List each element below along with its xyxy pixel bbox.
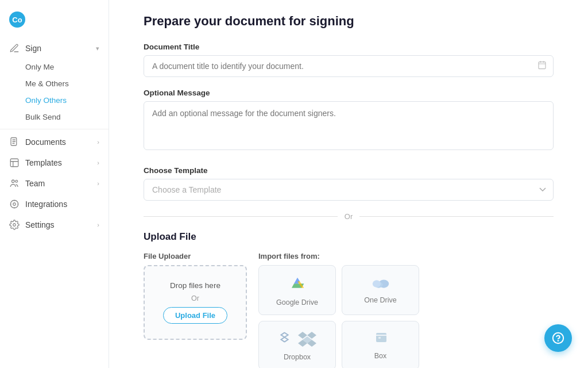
help-button[interactable] [544, 324, 572, 352]
document-icon [9, 137, 20, 147]
upload-file-title: Upload File [144, 231, 554, 243]
sidebar-settings-label: Settings [25, 220, 55, 229]
chevron-down-icon: ▾ [96, 45, 99, 52]
sidebar-item-bulk-send[interactable]: Bulk Send [0, 109, 109, 125]
or-divider: Or [144, 212, 554, 221]
optional-message-label: Optional Message [144, 89, 554, 97]
box-label: Box [374, 352, 387, 360]
sidebar-item-team[interactable]: Team › [0, 173, 109, 194]
optional-message-section: Optional Message [144, 89, 554, 152]
divider [0, 129, 109, 129]
import-box[interactable]: Box [342, 321, 419, 368]
document-title-input[interactable] [144, 55, 554, 77]
dropbox-label: Dropbox [284, 353, 311, 361]
optional-message-input[interactable] [144, 101, 554, 150]
import-section: Import files from: Google Drive [258, 252, 554, 368]
main-content: Prepare your document for signing Docume… [109, 0, 588, 368]
drop-text: Drop files here [170, 281, 220, 290]
calendar-icon [537, 60, 547, 72]
chevron-right-icon4: › [97, 221, 99, 228]
integrations-icon [9, 199, 20, 209]
one-drive-icon [372, 274, 390, 292]
google-drive-icon [288, 274, 307, 294]
pen-icon [9, 43, 20, 53]
sidebar-item-integrations[interactable]: Integrations [0, 194, 109, 214]
svg-point-6 [13, 224, 16, 227]
svg-point-2 [12, 180, 15, 183]
sidebar-sign-label: Sign [25, 44, 41, 53]
sidebar-item-sign[interactable]: Sign ▾ [0, 38, 109, 59]
sidebar-documents-label: Documents [25, 137, 66, 147]
document-title-section: Document Title [144, 43, 554, 77]
import-grid: Google Drive One Drive [258, 265, 419, 368]
upload-area: File Uploader Drop files here Or Upload … [144, 252, 554, 368]
settings-icon [9, 220, 20, 230]
document-title-label: Document Title [144, 43, 554, 51]
svg-point-4 [13, 203, 16, 206]
upload-file-section: Upload File File Uploader Drop files her… [144, 231, 554, 368]
chevron-right-icon2: › [97, 159, 99, 166]
template-select[interactable]: Choose a Template [144, 179, 554, 201]
sidebar-item-templates[interactable]: Templates › [0, 152, 109, 173]
page-title: Prepare your document for signing [144, 14, 554, 29]
file-uploader-label: File Uploader [144, 252, 247, 260]
import-one-drive[interactable]: One Drive [342, 265, 419, 315]
svg-point-10 [372, 280, 380, 287]
sidebar: Co Sign ▾ Only Me Me & Others Only Other… [0, 0, 109, 368]
svg-rect-1 [10, 159, 18, 167]
import-dropbox[interactable]: Dropbox [258, 321, 336, 368]
dropbox-icon [278, 329, 316, 349]
upload-file-button[interactable]: Upload File [163, 307, 227, 324]
google-drive-label: Google Drive [276, 298, 318, 306]
logo-icon: Co [9, 12, 25, 28]
chevron-right-icon3: › [97, 180, 99, 187]
sidebar-item-only-others[interactable]: Only Others [0, 92, 109, 109]
import-label: Import files from: [258, 252, 554, 260]
svg-rect-17 [378, 337, 381, 339]
sidebar-templates-label: Templates [25, 158, 62, 167]
svg-point-19 [558, 340, 559, 341]
choose-template-section: Choose Template Choose a Template [144, 166, 554, 201]
sidebar-item-me-and-others[interactable]: Me & Others [0, 75, 109, 92]
one-drive-label: One Drive [364, 296, 396, 304]
box-icon [372, 329, 390, 348]
sidebar-item-documents[interactable]: Documents › [0, 132, 109, 152]
drop-or: Or [191, 294, 199, 302]
template-icon [9, 158, 20, 168]
svg-rect-16 [376, 333, 386, 342]
choose-template-label: Choose Template [144, 166, 554, 175]
sidebar-integrations-label: Integrations [25, 200, 67, 209]
sidebar-item-only-me[interactable]: Only Me [0, 59, 109, 75]
svg-point-3 [16, 180, 18, 182]
template-select-wrapper: Choose a Template [144, 179, 554, 201]
svg-point-5 [10, 200, 18, 208]
svg-rect-7 [539, 62, 546, 69]
document-title-wrapper [144, 55, 554, 77]
file-uploader: File Uploader Drop files here Or Upload … [144, 252, 247, 340]
import-google-drive[interactable]: Google Drive [258, 265, 336, 315]
sidebar-section-sign: Sign ▾ Only Me Me & Others Only Others B… [0, 37, 109, 126]
sidebar-item-settings[interactable]: Settings › [0, 214, 109, 235]
team-icon [9, 178, 20, 189]
sidebar-team-label: Team [25, 179, 45, 188]
chevron-right-icon: › [97, 139, 99, 145]
drop-zone[interactable]: Drop files here Or Upload File [144, 265, 247, 340]
logo: Co [0, 7, 109, 37]
